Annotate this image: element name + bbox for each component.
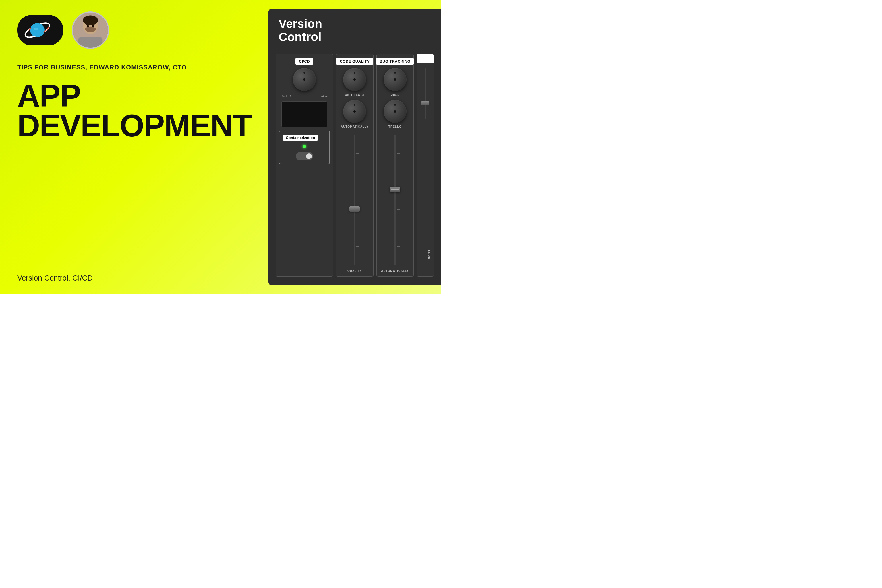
knob-indicator <box>303 72 305 74</box>
containerization-box: Containerization <box>279 130 330 164</box>
auto-fader-track[interactable] <box>394 135 396 265</box>
svg-point-3 <box>31 24 44 37</box>
vu-meter-line <box>282 119 327 119</box>
sub-labels: CircleCI Jenkins <box>279 94 330 98</box>
subtitle-text: TIPS FOR BUSINESS, EDWARD KOMISSAROW, CT… <box>17 63 251 72</box>
automatically-label: AUTOMATICALLY <box>341 125 369 128</box>
svg-point-10 <box>87 25 89 27</box>
tick <box>397 135 400 135</box>
logo-icon <box>23 20 52 40</box>
left-panel: TIPS FOR BUSINESS, EDWARD KOMISSAROW, CT… <box>0 0 268 294</box>
automatically-knob-container: AUTOMATICALLY <box>341 100 369 128</box>
title-line2: DEVELOPMENT <box>17 111 251 141</box>
mixer-board: Version Control CI/CD CircleCI Jenkin <box>268 9 441 285</box>
tick <box>397 153 400 154</box>
knob-indicator <box>354 104 356 106</box>
edge-fader-label: LOUD <box>428 250 430 259</box>
mixer-header: Version Control <box>274 17 435 50</box>
quality-fader-container: QUALITY <box>339 132 370 273</box>
svg-rect-13 <box>91 24 95 25</box>
jira-knob-container: JIRA <box>384 68 406 96</box>
svg-point-11 <box>92 25 94 27</box>
vu-meter <box>281 101 327 127</box>
code-quality-channel: CODE QUALITY UNIT TESTS AUTOMATICALLY <box>336 54 373 277</box>
tick <box>397 246 400 247</box>
automatically-knob[interactable] <box>343 100 366 123</box>
auto-fader-container: AUTOMATICALLY <box>380 132 411 273</box>
header-row <box>17 12 251 49</box>
edge-fader-handle[interactable] <box>421 101 429 105</box>
edge-white-box <box>417 54 434 63</box>
mixer-channels: CI/CD CircleCI Jenkins <box>274 54 435 277</box>
trello-label: TRELLO <box>388 125 402 128</box>
cicd-channel: CI/CD CircleCI Jenkins <box>276 54 333 277</box>
knob-indicator <box>394 104 396 106</box>
unit-tests-knob-container: UNIT TESTS <box>343 68 366 96</box>
tick <box>356 190 359 191</box>
svg-point-8 <box>85 27 96 32</box>
logo-pill <box>17 15 63 45</box>
quality-fader-track[interactable] <box>354 135 355 265</box>
trello-knob[interactable] <box>384 100 406 123</box>
svg-point-4 <box>34 28 38 30</box>
fader-ticks <box>397 135 400 265</box>
toggle-switch[interactable] <box>296 152 313 160</box>
tick <box>356 228 359 228</box>
avatar <box>72 12 109 49</box>
jira-label: JIRA <box>391 93 399 96</box>
quality-label: QUALITY <box>347 269 362 273</box>
tick <box>356 246 359 247</box>
trello-knob-container: TRELLO <box>384 100 406 128</box>
toggle-thumb <box>306 153 312 159</box>
knob-indicator <box>394 72 396 74</box>
fader-ticks <box>356 135 359 265</box>
automatically-fader-label: AUTOMATICALLY <box>381 269 409 273</box>
containerization-label: Containerization <box>283 135 318 141</box>
unit-tests-label: UNIT TESTS <box>345 93 364 96</box>
cicd-knob[interactable] <box>293 68 316 91</box>
cicd-label: CI/CD <box>296 58 313 64</box>
avatar-image <box>73 12 108 49</box>
bug-tracking-channel: BUG TRACKING JIRA TRELLO <box>376 54 414 277</box>
green-indicator <box>303 145 306 148</box>
tick <box>356 209 359 210</box>
bug-tracking-label: BUG TRACKING <box>376 58 414 64</box>
mixer-title: Version Control <box>276 17 322 44</box>
svg-rect-12 <box>86 24 90 25</box>
tick <box>356 153 359 154</box>
cicd-knob-container <box>293 68 316 91</box>
tick <box>397 190 400 191</box>
main-container: TIPS FOR BUSINESS, EDWARD KOMISSAROW, CT… <box>0 0 441 294</box>
circleci-label: CircleCI <box>280 94 291 98</box>
title-line1: APP <box>17 81 251 111</box>
code-quality-label: CODE QUALITY <box>336 58 373 64</box>
tick <box>397 209 400 210</box>
knob-indicator <box>354 72 356 74</box>
svg-point-7 <box>83 15 98 25</box>
bottom-tag: Version Control, CI/CD <box>17 274 251 282</box>
main-title: APP DEVELOPMENT <box>17 81 251 141</box>
jira-knob[interactable] <box>384 68 406 91</box>
jenkins-label: Jenkins <box>318 94 328 98</box>
tick <box>356 135 359 135</box>
tick <box>397 228 400 228</box>
svg-rect-9 <box>78 37 102 49</box>
unit-tests-knob[interactable] <box>343 68 366 91</box>
edge-strip: LOUD <box>417 54 434 277</box>
